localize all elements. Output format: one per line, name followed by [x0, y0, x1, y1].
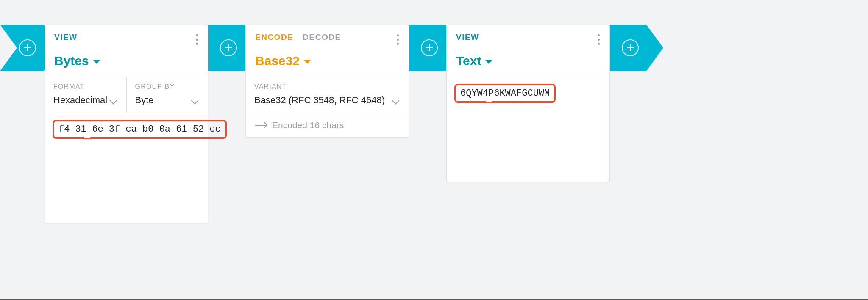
tab-view[interactable]: VIEW: [456, 33, 479, 42]
card-menu-button[interactable]: [392, 33, 403, 47]
tab-encode[interactable]: ENCODE: [255, 33, 293, 42]
groupby-select[interactable]: Byte: [135, 95, 200, 106]
variant-select[interactable]: Base32 (RFC 3548, RFC 4648): [254, 95, 400, 106]
card-header: VIEW Text: [447, 25, 609, 77]
brick-title-label: Base32: [255, 54, 300, 68]
groupby-label: GROUP BY: [135, 83, 200, 91]
pipeline: VIEW Bytes FORMAT Hexadecimal GROUP BY B…: [0, 0, 868, 223]
content-area[interactable]: f4 31 6e 3f ca b0 0a 61 52 cc: [45, 113, 208, 146]
caret-down-icon: [304, 60, 311, 64]
plus-icon: [625, 43, 635, 53]
settings-row: FORMAT Hexadecimal GROUP BY Byte: [45, 77, 208, 113]
status-text: Encoded 16 chars: [272, 120, 344, 130]
arrow-right-icon: [255, 125, 266, 126]
add-brick-button[interactable]: [622, 39, 639, 56]
base32-card: ENCODE DECODE Base32 VARIANT Base32 (RFC…: [245, 25, 409, 138]
settings-row: VARIANT Base32 (RFC 3548, RFC 4648): [246, 77, 409, 113]
brick-title-label: Text: [456, 54, 481, 68]
brick-type-selector[interactable]: Base32: [255, 54, 311, 68]
plus-icon: [22, 43, 33, 53]
add-brick-button[interactable]: [19, 39, 36, 56]
format-select[interactable]: Hexadecimal: [53, 95, 118, 106]
chevron-down-icon: [109, 96, 117, 104]
variant-label: VARIANT: [254, 83, 400, 91]
text-content: 6QYW4P6KWAFGCUWM: [454, 84, 556, 103]
format-value: Hexadecimal: [53, 95, 107, 106]
format-label: FORMAT: [53, 83, 118, 91]
tab-view[interactable]: VIEW: [54, 33, 78, 42]
groupby-value: Byte: [135, 95, 154, 106]
content-area[interactable]: 6QYW4P6KWAFGCUWM: [447, 77, 609, 110]
add-brick-button[interactable]: [421, 39, 438, 56]
bytes-card: VIEW Bytes FORMAT Hexadecimal GROUP BY B…: [45, 25, 208, 223]
add-brick-button[interactable]: [220, 39, 237, 56]
brick-title-label: Bytes: [54, 54, 89, 68]
card-menu-button[interactable]: [192, 33, 202, 47]
brick-type-selector[interactable]: Text: [456, 54, 492, 68]
status-row: Encoded 16 chars: [246, 113, 409, 137]
text-card: VIEW Text 6QYW4P6KWAFGCUWM: [446, 25, 610, 182]
caret-down-icon: [485, 60, 492, 64]
plus-icon: [424, 43, 434, 53]
caret-down-icon: [93, 60, 100, 64]
chevron-down-icon: [392, 96, 399, 104]
variant-value: Base32 (RFC 3548, RFC 4648): [254, 95, 385, 106]
bytes-content: f4 31 6e 3f ca b0 0a 61 52 cc: [53, 120, 227, 139]
plus-icon: [223, 43, 234, 53]
brick-type-selector[interactable]: Bytes: [54, 54, 100, 68]
chevron-down-icon: [191, 96, 198, 104]
tab-decode[interactable]: DECODE: [303, 33, 341, 42]
card-header: ENCODE DECODE Base32: [246, 25, 409, 77]
connector-output: [609, 25, 663, 71]
card-menu-button[interactable]: [593, 33, 604, 47]
card-header: VIEW Bytes: [45, 25, 208, 77]
